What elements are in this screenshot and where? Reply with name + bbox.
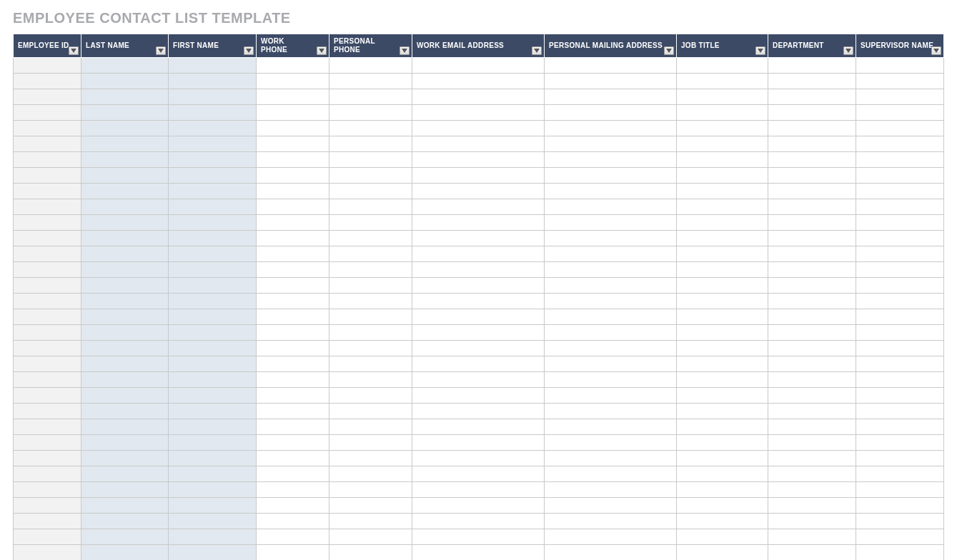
cell[interactable] xyxy=(412,356,545,372)
cell[interactable] xyxy=(412,294,545,309)
cell[interactable] xyxy=(169,152,257,168)
cell[interactable] xyxy=(856,388,944,404)
cell[interactable] xyxy=(81,435,169,451)
cell[interactable] xyxy=(412,278,545,294)
cell[interactable] xyxy=(14,262,81,278)
cell[interactable] xyxy=(768,309,856,325)
cell[interactable] xyxy=(257,199,329,215)
cell[interactable] xyxy=(677,74,768,89)
cell[interactable] xyxy=(412,514,545,529)
cell[interactable] xyxy=(412,105,545,121)
cell[interactable] xyxy=(81,372,169,388)
cell[interactable] xyxy=(768,121,856,136)
cell[interactable] xyxy=(81,215,169,231)
cell[interactable] xyxy=(677,466,768,482)
cell[interactable] xyxy=(169,466,257,482)
cell[interactable] xyxy=(14,325,81,341)
cell[interactable] xyxy=(677,419,768,435)
cell[interactable] xyxy=(412,482,545,498)
cell[interactable] xyxy=(677,514,768,529)
cell[interactable] xyxy=(856,105,944,121)
cell[interactable] xyxy=(257,152,329,168)
cell[interactable] xyxy=(329,435,412,451)
cell[interactable] xyxy=(169,388,257,404)
cell[interactable] xyxy=(257,372,329,388)
cell[interactable] xyxy=(329,184,412,199)
filter-dropdown-icon[interactable] xyxy=(755,46,765,55)
cell[interactable] xyxy=(856,294,944,309)
cell[interactable] xyxy=(169,168,257,184)
cell[interactable] xyxy=(81,498,169,514)
cell[interactable] xyxy=(169,294,257,309)
cell[interactable] xyxy=(768,168,856,184)
cell[interactable] xyxy=(768,404,856,419)
cell[interactable] xyxy=(257,325,329,341)
cell[interactable] xyxy=(329,482,412,498)
cell[interactable] xyxy=(14,231,81,246)
cell[interactable] xyxy=(412,58,545,74)
cell[interactable] xyxy=(412,529,545,545)
cell[interactable] xyxy=(14,388,81,404)
cell[interactable] xyxy=(14,498,81,514)
cell[interactable] xyxy=(545,58,677,74)
cell[interactable] xyxy=(329,545,412,561)
cell[interactable] xyxy=(412,466,545,482)
cell[interactable] xyxy=(329,529,412,545)
cell[interactable] xyxy=(412,199,545,215)
cell[interactable] xyxy=(81,199,169,215)
cell[interactable] xyxy=(856,168,944,184)
cell[interactable] xyxy=(412,262,545,278)
cell[interactable] xyxy=(677,58,768,74)
cell[interactable] xyxy=(768,466,856,482)
cell[interactable] xyxy=(545,356,677,372)
cell[interactable] xyxy=(545,215,677,231)
cell[interactable] xyxy=(768,105,856,121)
cell[interactable] xyxy=(329,246,412,262)
cell[interactable] xyxy=(677,152,768,168)
column-header-5[interactable]: WORK EMAIL ADDRESS xyxy=(412,34,545,58)
column-header-0[interactable]: EMPLOYEE ID xyxy=(14,34,81,58)
cell[interactable] xyxy=(14,435,81,451)
cell[interactable] xyxy=(81,89,169,105)
cell[interactable] xyxy=(81,105,169,121)
cell[interactable] xyxy=(14,294,81,309)
cell[interactable] xyxy=(329,388,412,404)
filter-dropdown-icon[interactable] xyxy=(532,46,542,55)
cell[interactable] xyxy=(169,435,257,451)
cell[interactable] xyxy=(169,121,257,136)
cell[interactable] xyxy=(81,152,169,168)
cell[interactable] xyxy=(81,246,169,262)
cell[interactable] xyxy=(545,231,677,246)
cell[interactable] xyxy=(169,356,257,372)
cell[interactable] xyxy=(257,545,329,561)
cell[interactable] xyxy=(14,514,81,529)
cell[interactable] xyxy=(329,152,412,168)
cell[interactable] xyxy=(677,121,768,136)
cell[interactable] xyxy=(169,514,257,529)
cell[interactable] xyxy=(169,451,257,466)
cell[interactable] xyxy=(856,152,944,168)
cell[interactable] xyxy=(412,325,545,341)
cell[interactable] xyxy=(677,309,768,325)
cell[interactable] xyxy=(412,435,545,451)
cell[interactable] xyxy=(768,514,856,529)
cell[interactable] xyxy=(329,199,412,215)
cell[interactable] xyxy=(768,184,856,199)
cell[interactable] xyxy=(545,325,677,341)
cell[interactable] xyxy=(329,136,412,152)
column-header-1[interactable]: LAST NAME xyxy=(81,34,169,58)
cell[interactable] xyxy=(257,58,329,74)
cell[interactable] xyxy=(329,278,412,294)
cell[interactable] xyxy=(412,419,545,435)
cell[interactable] xyxy=(257,514,329,529)
cell[interactable] xyxy=(412,184,545,199)
cell[interactable] xyxy=(81,184,169,199)
cell[interactable] xyxy=(545,388,677,404)
cell[interactable] xyxy=(412,152,545,168)
cell[interactable] xyxy=(768,246,856,262)
cell[interactable] xyxy=(677,89,768,105)
cell[interactable] xyxy=(545,419,677,435)
cell[interactable] xyxy=(257,498,329,514)
cell[interactable] xyxy=(545,372,677,388)
cell[interactable] xyxy=(768,231,856,246)
